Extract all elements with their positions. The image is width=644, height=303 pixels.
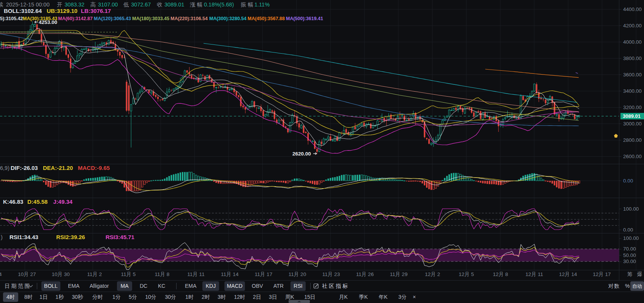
svg-text:Alligator: Alligator bbox=[90, 283, 109, 289]
svg-text:开: 开 bbox=[57, 2, 63, 8]
svg-text:OBV: OBV bbox=[252, 283, 263, 289]
svg-text:5):3105.42: 5):3105.42 bbox=[0, 16, 23, 21]
svg-text:2600.00: 2600.00 bbox=[623, 154, 642, 159]
svg-text:LB:3076.17: LB:3076.17 bbox=[81, 8, 111, 14]
svg-text:3089.01: 3089.01 bbox=[164, 2, 184, 8]
svg-text:高: 高 bbox=[90, 2, 96, 8]
svg-text:2800.00: 2800.00 bbox=[623, 137, 642, 143]
svg-text:MA: MA bbox=[121, 283, 129, 289]
svg-text:3200.00: 3200.00 bbox=[623, 105, 642, 110]
svg-text:筹: 筹 bbox=[627, 271, 633, 277]
svg-text:月K: 月K bbox=[339, 294, 348, 300]
svg-text:RSI1:34.43: RSI1:34.43 bbox=[9, 234, 38, 240]
svg-text:MACD:-9.65: MACD:-9.65 bbox=[78, 165, 110, 171]
svg-text:12月 8: 12月 8 bbox=[493, 271, 508, 277]
svg-text:4253.00: 4253.00 bbox=[39, 19, 57, 25]
svg-text:11月 20: 11月 20 bbox=[289, 271, 306, 277]
svg-text:周K: 周K bbox=[285, 294, 294, 300]
svg-text:11月 23: 11月 23 bbox=[322, 271, 340, 277]
svg-text:ATR: ATR bbox=[273, 283, 284, 289]
svg-text:12月 5: 12月 5 bbox=[459, 271, 474, 277]
svg-text:MA(450):3567.88: MA(450):3567.88 bbox=[248, 16, 285, 21]
svg-text:11月 26: 11月 26 bbox=[356, 271, 374, 277]
svg-text:×: × bbox=[413, 294, 416, 300]
svg-text:RSI3:45.71: RSI3:45.71 bbox=[106, 234, 134, 240]
svg-text:K:46.83: K:46.83 bbox=[3, 198, 23, 205]
svg-text:MA(60):3142.87: MA(60):3142.87 bbox=[58, 16, 93, 21]
svg-text:UB:3129.10: UB:3129.10 bbox=[47, 8, 77, 14]
svg-text:3400.00: 3400.00 bbox=[623, 88, 642, 94]
svg-text:EMA: EMA bbox=[185, 283, 197, 289]
svg-text:2025-12-15 00:00: 2025-12-15 00:00 bbox=[6, 2, 50, 8]
svg-text:4200.00: 4200.00 bbox=[623, 23, 642, 29]
svg-text:自动: 自动 bbox=[632, 283, 642, 289]
svg-text:收: 收 bbox=[157, 2, 163, 8]
svg-text:KC: KC bbox=[158, 283, 165, 289]
svg-text:11月 2: 11月 2 bbox=[87, 271, 102, 277]
svg-text:3800.00: 3800.00 bbox=[623, 56, 642, 61]
svg-text:涨幅: 涨幅 bbox=[190, 2, 204, 8]
svg-text:70.00: 70.00 bbox=[623, 246, 636, 252]
svg-text:0.00: 0.00 bbox=[623, 178, 633, 184]
svg-text:11月 8: 11月 8 bbox=[155, 271, 170, 277]
svg-text:12月 14: 12月 14 bbox=[559, 271, 577, 277]
svg-text:对数: 对数 bbox=[608, 283, 620, 289]
svg-text:振幅: 振幅 bbox=[240, 2, 255, 8]
svg-text:100.00: 100.00 bbox=[623, 235, 639, 241]
svg-text:1.11%: 1.11% bbox=[254, 2, 270, 8]
svg-text:11月 17: 11月 17 bbox=[255, 271, 272, 277]
svg-text:10月 30: 10月 30 bbox=[52, 271, 69, 277]
svg-text:低: 低 bbox=[123, 2, 129, 8]
svg-text:RSI2:39.26: RSI2:39.26 bbox=[56, 234, 85, 240]
svg-text:续: 续 bbox=[0, 2, 3, 8]
svg-text:4时: 4时 bbox=[6, 294, 15, 300]
svg-text:12时: 12时 bbox=[234, 294, 245, 300]
svg-text:12月 11: 12月 11 bbox=[526, 271, 543, 277]
svg-text:DC: DC bbox=[140, 283, 147, 289]
svg-text:2620.00: 2620.00 bbox=[292, 151, 311, 157]
svg-text:4400.00: 4400.00 bbox=[623, 6, 642, 12]
svg-text:3072.67: 3072.67 bbox=[131, 2, 151, 8]
svg-text:3分: 3分 bbox=[398, 294, 407, 300]
svg-text:100.00: 100.00 bbox=[623, 206, 639, 212]
svg-text:季K: 季K bbox=[359, 294, 368, 300]
svg-text:%: % bbox=[625, 283, 630, 289]
svg-text:MACD: MACD bbox=[227, 283, 242, 289]
svg-text:1分: 1分 bbox=[112, 294, 121, 300]
svg-text:12月 2: 12月 2 bbox=[425, 271, 440, 277]
svg-text:MA(500):3619.41: MA(500):3619.41 bbox=[286, 16, 323, 21]
svg-text:15日: 15日 bbox=[304, 294, 316, 300]
svg-text:D:45.58: D:45.58 bbox=[27, 198, 47, 205]
svg-text:1秒: 1秒 bbox=[55, 294, 64, 300]
svg-text:3107.00: 3107.00 bbox=[98, 2, 118, 8]
svg-text:BOLL:3102.64: BOLL:3102.64 bbox=[4, 8, 42, 14]
svg-text:社区指标: 社区指标 bbox=[322, 283, 349, 289]
svg-text:3时: 3时 bbox=[218, 294, 226, 300]
svg-text:日期范围: 日期范围 bbox=[5, 283, 31, 289]
svg-text:J:49.34: J:49.34 bbox=[53, 198, 73, 205]
svg-text:10月 27: 10月 27 bbox=[18, 271, 36, 277]
svg-text:0.18%(5.68): 0.18%(5.68) bbox=[204, 2, 234, 8]
svg-text:8时: 8时 bbox=[24, 294, 33, 300]
svg-text:4: 4 bbox=[0, 271, 2, 277]
svg-text:30.00: 30.00 bbox=[623, 259, 636, 264]
svg-text:4000.00: 4000.00 bbox=[623, 39, 642, 45]
svg-text:3083.32: 3083.32 bbox=[65, 2, 84, 8]
svg-text:爆: 爆 bbox=[637, 271, 642, 277]
svg-text:KDJ: KDJ bbox=[206, 283, 216, 289]
svg-text:年K: 年K bbox=[379, 294, 388, 300]
svg-text:50.00: 50.00 bbox=[623, 252, 636, 258]
svg-text:0.00: 0.00 bbox=[623, 227, 633, 233]
svg-text:1时: 1时 bbox=[185, 294, 194, 300]
svg-text:DEA:-21.20: DEA:-21.20 bbox=[43, 165, 73, 171]
svg-text:EMA: EMA bbox=[68, 283, 80, 289]
svg-text:MA(220):3106.54: MA(220):3106.54 bbox=[170, 16, 208, 21]
svg-text:分时: 分时 bbox=[92, 294, 103, 300]
svg-text:MA(120):3065.43: MA(120):3065.43 bbox=[94, 16, 131, 21]
svg-text:RSI: RSI bbox=[294, 283, 302, 289]
svg-text:2时: 2时 bbox=[202, 294, 210, 300]
svg-text:11月 11: 11月 11 bbox=[187, 271, 204, 277]
svg-text:11月 5: 11月 5 bbox=[121, 271, 136, 277]
svg-text:BOLL: BOLL bbox=[44, 283, 58, 289]
svg-text:1日: 1日 bbox=[39, 294, 48, 300]
